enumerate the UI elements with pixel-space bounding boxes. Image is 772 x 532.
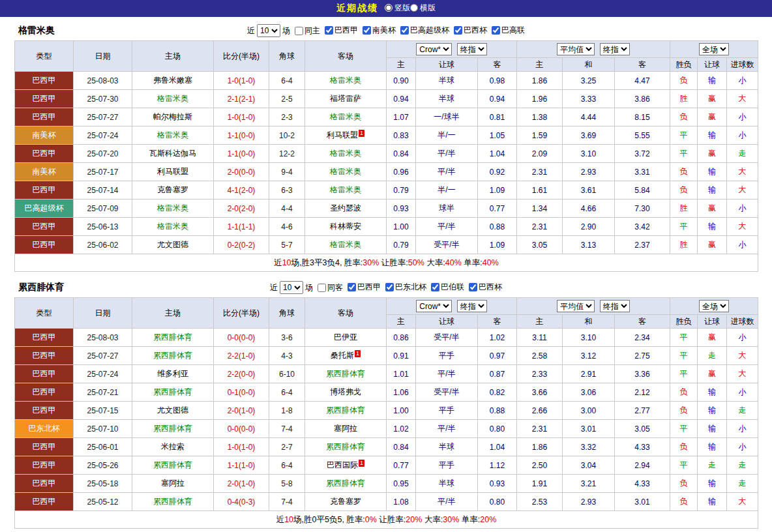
score[interactable]: 1-1(1-1): [214, 218, 269, 236]
league-checkbox[interactable]: [348, 283, 356, 291]
match-date: 25-07-27: [74, 108, 132, 126]
home-team[interactable]: 格雷米奥: [157, 130, 188, 140]
away-team[interactable]: 累西腓体育: [326, 479, 365, 488]
same-venue-checkbox[interactable]: [295, 27, 303, 35]
view-radio[interactable]: [385, 4, 393, 12]
away-team[interactable]: 累西腓体育: [326, 442, 365, 451]
home-team[interactable]: 格雷米奥: [157, 94, 188, 103]
score[interactable]: 1-0(1-0): [214, 438, 269, 456]
league-checkbox[interactable]: [325, 26, 333, 35]
league-filter[interactable]: 巴西甲: [343, 282, 381, 293]
away-team[interactable]: 科林蒂安: [330, 222, 361, 231]
score[interactable]: 2-2(1-0): [214, 347, 269, 365]
away-team[interactable]: 格雷米奥: [330, 240, 361, 249]
home-team[interactable]: 克鲁塞罗: [157, 185, 188, 194]
league-filter[interactable]: 南美杯: [358, 25, 396, 36]
away-team[interactable]: 格雷米奥: [330, 185, 361, 194]
home-team[interactable]: 格雷米奥: [157, 203, 188, 213]
away-team[interactable]: 巴西国际: [327, 460, 358, 469]
score[interactable]: 2-0(0-0): [214, 163, 269, 181]
home-team[interactable]: 利马联盟: [157, 167, 188, 176]
view-option-vertical[interactable]: 竖版: [385, 3, 410, 14]
score[interactable]: 1-1(1-0): [214, 456, 269, 475]
scope-select[interactable]: 全场: [699, 300, 729, 312]
score[interactable]: 2-0(1-0): [214, 402, 269, 420]
bookmaker-select[interactable]: Crow*: [416, 300, 452, 312]
match-count-select[interactable]: 10: [280, 281, 303, 294]
league-checkbox[interactable]: [469, 283, 477, 291]
league-filter[interactable]: 巴西杯: [449, 25, 487, 36]
same-venue-option[interactable]: 同客: [313, 282, 343, 293]
home-team[interactable]: 累西腓体育: [153, 497, 192, 506]
score[interactable]: 1-0(1-0): [214, 108, 269, 126]
score[interactable]: 2-0(2-0): [214, 200, 269, 218]
home-team[interactable]: 帕尔梅拉斯: [153, 112, 192, 121]
same-venue-option[interactable]: 同主: [290, 25, 320, 37]
league-filter[interactable]: 巴西甲: [320, 25, 358, 36]
league-checkbox[interactable]: [492, 26, 500, 35]
league-filter[interactable]: 巴西杯: [464, 282, 502, 293]
handicap-stage-select[interactable]: 终指: [457, 43, 487, 55]
score[interactable]: 2-0(1-0): [214, 475, 269, 493]
home-team[interactable]: 累西腓体育: [153, 351, 192, 360]
home-team[interactable]: 格雷米奥: [157, 222, 188, 231]
home-team[interactable]: 维多利亚: [157, 369, 188, 378]
score[interactable]: 1-1(0-0): [214, 145, 269, 163]
score[interactable]: 1-0(1-0): [214, 72, 269, 90]
away-team[interactable]: 塞阿拉: [334, 424, 357, 433]
handicap-stage-select[interactable]: 终指: [457, 300, 487, 312]
home-team[interactable]: 累西腓体育: [153, 332, 192, 342]
bookmaker-select[interactable]: Crow*: [416, 43, 452, 55]
away-team[interactable]: 桑托斯: [331, 351, 354, 360]
scope-select[interactable]: 全场: [699, 43, 729, 55]
average-select[interactable]: 平均值: [557, 300, 595, 312]
score[interactable]: 2-2(0-0): [214, 365, 269, 383]
league-checkbox[interactable]: [431, 283, 439, 291]
away-team[interactable]: 格雷米奥: [330, 76, 361, 85]
home-team[interactable]: 尤文图德: [157, 406, 188, 415]
score[interactable]: 0-2(0-2): [214, 236, 269, 254]
home-team[interactable]: 累西腓体育: [153, 387, 192, 396]
home-team[interactable]: 尤文图德: [157, 240, 188, 249]
view-radio[interactable]: [410, 4, 418, 12]
score[interactable]: 0-1(0-0): [214, 383, 269, 402]
score[interactable]: 1-1(0-0): [214, 126, 269, 145]
league-filter[interactable]: 巴东北杯: [381, 282, 426, 293]
away-team[interactable]: 利马联盟: [327, 130, 358, 140]
away-team[interactable]: 格雷米奥: [330, 149, 361, 158]
same-venue-checkbox[interactable]: [318, 284, 326, 292]
score[interactable]: 0-0(0-0): [214, 420, 269, 438]
average-select[interactable]: 平均值: [557, 43, 595, 55]
league-checkbox[interactable]: [400, 26, 409, 35]
view-option-horizontal[interactable]: 横版: [410, 3, 436, 14]
home-team[interactable]: 塞阿拉: [161, 479, 185, 488]
home-team[interactable]: 弗鲁米嫩塞: [153, 76, 192, 85]
away-team[interactable]: 格雷米奥: [330, 167, 361, 176]
score[interactable]: 2-1(2-1): [214, 90, 269, 108]
league-checkbox[interactable]: [363, 26, 371, 35]
home-team[interactable]: 累西腓体育: [153, 424, 192, 433]
away-team[interactable]: 福塔雷萨: [330, 94, 361, 103]
score[interactable]: 0-4(0-3): [214, 493, 269, 511]
home-team[interactable]: 瓦斯科达伽马: [149, 149, 196, 158]
away-team[interactable]: 累西腓体育: [326, 369, 365, 378]
away-team[interactable]: 格雷米奥: [330, 112, 361, 121]
league-checkbox[interactable]: [385, 283, 394, 291]
home-team[interactable]: 累西腓体育: [153, 460, 192, 469]
away-team[interactable]: 博塔弗戈: [330, 387, 361, 396]
score[interactable]: 4-1(2-0): [214, 181, 269, 200]
league-filter[interactable]: 巴高联: [487, 25, 525, 36]
away-team[interactable]: 克鲁塞罗: [330, 497, 361, 506]
league-checkbox[interactable]: [454, 26, 462, 35]
score[interactable]: 0-0(0-0): [214, 329, 269, 347]
match-count-select[interactable]: 10: [257, 24, 280, 37]
europe-stage-select[interactable]: 终指: [600, 300, 630, 312]
home-team[interactable]: 米拉索: [161, 442, 185, 451]
handicap-odds-group: Crow* 终指: [387, 41, 517, 58]
europe-stage-select[interactable]: 终指: [600, 43, 630, 55]
league-filter[interactable]: 巴高超级杯: [396, 25, 449, 36]
league-filter[interactable]: 巴伯联: [426, 282, 464, 293]
away-team[interactable]: 圣约瑟波: [330, 203, 361, 213]
away-team[interactable]: 巴伊亚: [334, 332, 357, 342]
away-team[interactable]: 累西腓体育: [326, 406, 365, 415]
